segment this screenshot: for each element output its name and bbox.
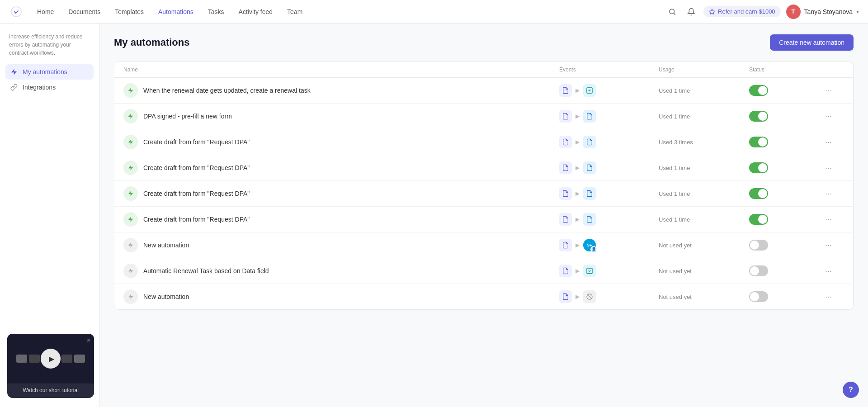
- svg-line-6: [587, 294, 592, 299]
- automation-name: Create draft from form "Request DPA": [143, 216, 250, 223]
- more-options-button[interactable]: ···: [821, 136, 835, 149]
- table-row: New automation▶Not used yet···: [114, 284, 853, 309]
- automation-name: Create draft from form "Request DPA": [143, 190, 250, 197]
- actions-col: ···: [821, 187, 844, 200]
- row-name-col: Create draft from form "Request DPA": [123, 212, 559, 227]
- usage-col: Used 1 time: [659, 189, 749, 198]
- automation-icon: [123, 238, 138, 252]
- event-source-icon: [559, 213, 572, 226]
- refer-badge[interactable]: Refer and earn $1000: [703, 6, 780, 17]
- sidebar-item-label-my-automations: My automations: [23, 68, 67, 76]
- actions-col: ···: [821, 161, 844, 175]
- events-col: ▶SF👤: [559, 239, 659, 251]
- nav-link-templates[interactable]: Templates: [108, 5, 150, 18]
- notifications-button[interactable]: [684, 5, 698, 19]
- topnav-right: Refer and earn $1000 T Tanya Stoyanova ▾: [665, 5, 859, 19]
- svg-marker-2: [709, 9, 715, 14]
- automation-name: DPA signed - pre-fill a new form: [143, 113, 232, 120]
- row-name-col: Create draft from form "Request DPA": [123, 161, 559, 175]
- tutorial-card: Watch our short tutorial ×: [7, 334, 94, 398]
- layout: Increase efficiency and reduce errors by…: [0, 0, 868, 407]
- status-col: [749, 137, 821, 147]
- status-toggle[interactable]: [749, 188, 768, 199]
- tutorial-play-button[interactable]: [41, 349, 61, 369]
- row-name-col: When the renewal date gets updated, crea…: [123, 83, 559, 98]
- more-options-button[interactable]: ···: [821, 290, 835, 303]
- more-options-button[interactable]: ···: [821, 84, 835, 97]
- table-row: When the renewal date gets updated, crea…: [114, 78, 853, 104]
- more-options-button[interactable]: ···: [821, 239, 835, 252]
- avatar: T: [786, 5, 801, 19]
- help-button[interactable]: ?: [843, 382, 859, 398]
- tutorial-video-area: [7, 334, 94, 383]
- event-source-icon: [559, 161, 572, 174]
- automation-name: Create draft from form "Request DPA": [143, 164, 250, 171]
- event-target-icon: [583, 265, 596, 277]
- arrow-icon: ▶: [576, 87, 580, 94]
- automation-icon: [123, 161, 138, 175]
- status-toggle[interactable]: [749, 85, 768, 96]
- more-options-button[interactable]: ···: [821, 187, 835, 200]
- event-target-icon: [583, 136, 596, 148]
- usage-text: Used 1 time: [659, 113, 690, 120]
- sidebar-item-my-automations[interactable]: My automations: [5, 64, 94, 80]
- page-title: My automations: [114, 37, 189, 48]
- usage-col: Used 1 time: [659, 86, 749, 95]
- actions-col: ···: [821, 84, 844, 97]
- usage-text: Used 1 time: [659, 87, 690, 94]
- status-toggle[interactable]: [749, 111, 768, 122]
- user-area[interactable]: T Tanya Stoyanova ▾: [786, 5, 859, 19]
- bolt-icon: [10, 68, 18, 76]
- row-name-col: Create draft from form "Request DPA": [123, 135, 559, 149]
- actions-col: ···: [821, 265, 844, 278]
- nav-link-tasks[interactable]: Tasks: [202, 5, 231, 18]
- event-target-icon: [583, 161, 596, 174]
- event-target-icon: [583, 84, 596, 97]
- nav-link-automations[interactable]: Automations: [152, 5, 200, 18]
- nav-link-home[interactable]: Home: [31, 5, 60, 18]
- svg-point-0: [11, 7, 21, 17]
- automation-name: Automatic Renewal Task based on Data fie…: [143, 267, 269, 274]
- automation-name: When the renewal date gets updated, crea…: [143, 87, 311, 94]
- search-button[interactable]: [665, 5, 679, 19]
- nav-link-activity-feed[interactable]: Activity feed: [232, 5, 279, 18]
- table-row: Create draft from form "Request DPA"▶Use…: [114, 207, 853, 232]
- event-target-icon: [583, 213, 596, 226]
- status-toggle[interactable]: [749, 265, 768, 276]
- nav-link-documents[interactable]: Documents: [62, 5, 107, 18]
- nav-links: HomeDocumentsTemplatesAutomationsTasksAc…: [31, 5, 665, 18]
- nav-link-team[interactable]: Team: [281, 5, 309, 18]
- close-tutorial-button[interactable]: ×: [87, 336, 90, 344]
- status-col: [749, 240, 821, 251]
- arrow-icon: ▶: [576, 113, 580, 119]
- event-source-icon: [559, 290, 572, 303]
- status-toggle[interactable]: [749, 137, 768, 147]
- refer-label: Refer and earn $1000: [718, 8, 775, 15]
- app-logo[interactable]: [9, 5, 24, 19]
- user-name: Tanya Stoyanova: [804, 8, 853, 15]
- status-toggle[interactable]: [749, 240, 768, 251]
- tutorial-label-text: Watch our short tutorial: [12, 387, 90, 393]
- more-options-button[interactable]: ···: [821, 110, 835, 123]
- row-name-col: New automation: [123, 238, 559, 252]
- events-col: ▶: [559, 213, 659, 226]
- status-toggle[interactable]: [749, 291, 768, 302]
- main-content: My automations Create new automation Nam…: [99, 24, 868, 407]
- usage-text: Not used yet: [659, 268, 692, 274]
- row-name-col: Automatic Renewal Task based on Data fie…: [123, 264, 559, 278]
- actions-col: ···: [821, 290, 844, 303]
- more-options-button[interactable]: ···: [821, 265, 835, 278]
- usage-col: Used 1 time: [659, 164, 749, 172]
- create-automation-button[interactable]: Create new automation: [770, 34, 854, 51]
- sidebar-item-integrations[interactable]: Integrations: [5, 80, 94, 95]
- automation-name: New automation: [143, 293, 189, 300]
- more-options-button[interactable]: ···: [821, 213, 835, 226]
- status-col: [749, 291, 821, 302]
- status-toggle[interactable]: [749, 162, 768, 173]
- status-col: [749, 188, 821, 199]
- status-toggle[interactable]: [749, 214, 768, 225]
- main-header: My automations Create new automation: [114, 34, 854, 51]
- usage-col: Not used yet: [659, 293, 749, 301]
- usage-col: Used 1 time: [659, 112, 749, 120]
- more-options-button[interactable]: ···: [821, 161, 835, 175]
